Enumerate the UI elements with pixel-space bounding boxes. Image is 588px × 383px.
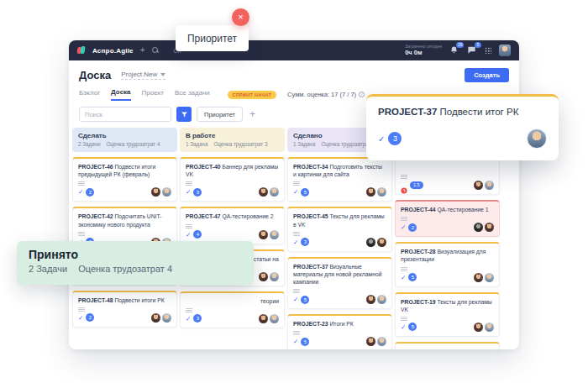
points-badge: 5 <box>408 323 417 331</box>
description-icon <box>293 289 300 290</box>
board-column: 1.5PROJECT-44 QA-тестирование 1✓2PROJECT… <box>395 128 500 349</box>
search-input[interactable] <box>79 107 171 122</box>
column-header: Сделать2 ЗадачиОценка трудозатрат 4 <box>72 128 177 152</box>
assignee-avatar <box>527 129 547 149</box>
avatar <box>151 187 160 197</box>
tab-project[interactable]: Проект <box>142 89 164 100</box>
column-subtitle: 1 ЗадачаОценка трудозатрат 3 <box>186 141 279 147</box>
avatar-group <box>474 273 494 282</box>
filter-chip-priority[interactable]: Приоритет <box>197 107 243 122</box>
add-filter-icon[interactable]: + <box>249 109 255 119</box>
top-navbar: Аспро.Agile + Сп Затрачено сегодня 0ч 0м… <box>69 40 519 60</box>
task-card[interactable]: PROJECT-34 Подготовить тексты и картинки… <box>287 157 392 202</box>
notifications-button[interactable]: 26 <box>449 45 459 55</box>
avatar <box>377 187 386 197</box>
column-task-count: 1 Задача <box>293 141 315 147</box>
task-card[interactable]: PROJECT-28 Визуализация для презентации✓… <box>395 242 500 286</box>
points-badge: 3 <box>193 314 202 323</box>
avatar <box>270 314 279 323</box>
notifications-badge: 26 <box>456 42 464 48</box>
avatar <box>474 323 483 332</box>
avatar <box>377 337 386 346</box>
task-title <box>401 164 494 171</box>
avatar-group <box>474 223 494 232</box>
avatar <box>485 323 494 332</box>
task-card[interactable]: PROJECT-37 Визуальные материалы для ново… <box>287 257 392 310</box>
task-popup-card[interactable]: PROJECT-37 Подвести итог РК ✓ 3 <box>366 94 559 160</box>
points-badge: 2 <box>408 223 417 232</box>
tab-all-tasks[interactable]: Все задачи <box>175 89 210 100</box>
points-badge: 1.5 <box>410 181 423 189</box>
avatar-group <box>259 314 279 323</box>
sprint-status-badge: СПРИНТ НАЧАТ <box>228 91 276 99</box>
task-card[interactable]: PROJECT-44 QA-тестирование 1✓2 <box>395 200 500 237</box>
task-footer: ✓2 <box>78 187 171 197</box>
task-card[interactable]: PROJECT-16 Подвести итоги РК <box>395 342 500 349</box>
avatar <box>270 187 279 197</box>
task-card[interactable]: PROJECT-47 QA-тестирование 2✓4 <box>180 207 285 244</box>
add-icon[interactable]: + <box>140 46 145 55</box>
task-text: Подвести итоги РК <box>114 297 164 303</box>
description-icon <box>401 175 407 176</box>
check-icon: ✓ <box>378 134 385 144</box>
avatar <box>377 295 386 304</box>
board-column: В работе1 ЗадачаОценка трудозатрат 3PROJ… <box>180 128 285 328</box>
avatar <box>366 295 375 304</box>
avatar-group <box>259 187 279 197</box>
avatar <box>377 238 386 247</box>
create-button[interactable]: Создать <box>465 68 509 82</box>
task-card[interactable]: PROJECT-48 Подвести итоги РК✓2 <box>72 291 177 328</box>
avatar-group <box>366 337 386 346</box>
task-id: PROJECT-42 <box>78 213 114 219</box>
task-footer: ✓5 <box>293 187 386 197</box>
task-title: PROJECT-44 QA-тестирование 1 <box>401 206 494 213</box>
task-card[interactable]: PROJECT-45 Тексты для рекламы в VK✓3 <box>287 207 392 251</box>
task-id: PROJECT-28 <box>401 249 437 254</box>
tab-board[interactable]: Доска <box>111 88 130 101</box>
task-card[interactable]: PROJECT-23 Итоги РК✓5 <box>287 314 392 349</box>
task-title: PROJECT-37 Визуальные материалы для ново… <box>293 263 386 286</box>
search-icon[interactable] <box>152 47 159 54</box>
avatar <box>485 273 494 282</box>
check-icon: ✓ <box>293 239 298 246</box>
apps-grid-icon[interactable] <box>485 47 491 54</box>
task-title: PROJECT-46 Подвести итоги предыдущей РК … <box>78 163 171 178</box>
priority-tooltip-label: Приоритет <box>187 33 237 45</box>
filter-button[interactable] <box>176 107 192 122</box>
task-title: теории <box>186 297 279 305</box>
task-id: PROJECT-44 <box>401 207 437 212</box>
task-id: PROJECT-23 <box>293 321 329 327</box>
task-popup-footer: ✓ 3 <box>378 129 547 149</box>
points-badge: 2 <box>86 313 94 322</box>
column-title: В работе <box>186 132 279 139</box>
task-title: PROJECT-28 Визуализация для презентации <box>401 248 494 263</box>
close-icon[interactable]: × <box>232 8 249 26</box>
tab-backlog[interactable]: Бэклог <box>79 89 100 100</box>
points-badge: 5 <box>301 338 309 346</box>
task-card[interactable]: PROJECT-40 Баннер для рекламы VK✓3 <box>180 157 285 202</box>
time-tracker: Затрачено сегодня 0ч 0м <box>405 45 442 56</box>
task-title: PROJECT-47 QA-тестирование 2 <box>186 212 279 220</box>
description-icon <box>186 181 192 182</box>
board-column: Сделать2 ЗадачиОценка трудозатрат 4PROJE… <box>72 128 177 328</box>
task-card[interactable]: 1.5 <box>395 158 500 195</box>
messages-button[interactable]: 5 <box>467 45 477 55</box>
task-id: PROJECT-19 <box>401 299 437 305</box>
user-avatar[interactable] <box>499 45 511 56</box>
task-text: теории <box>260 298 279 304</box>
task-card[interactable]: PROJECT-46 Подвести итоги предыдущей РК … <box>72 157 177 202</box>
avatar <box>474 273 483 282</box>
project-selector[interactable]: Project.New <box>121 71 165 80</box>
check-icon: ✓ <box>186 188 191 196</box>
page-header: Доска Project.New Создать <box>69 60 519 85</box>
avatar-group <box>474 323 494 332</box>
check-icon: ✓ <box>401 223 406 231</box>
task-card[interactable]: PROJECT-19 Тексты для рекламы VK✓5 <box>395 292 500 337</box>
task-footer: ✓3 <box>293 238 386 247</box>
time-tracker-value: 0ч 0м <box>405 50 442 57</box>
board-column: Сделано1 ЗадачаОценка трудозатратPROJECT… <box>287 128 392 349</box>
check-icon: ✓ <box>78 314 83 322</box>
priority-tooltip: Приоритет <box>176 25 249 51</box>
task-card[interactable]: теории✓3 <box>180 291 285 328</box>
info-icon[interactable]: i <box>359 92 365 97</box>
